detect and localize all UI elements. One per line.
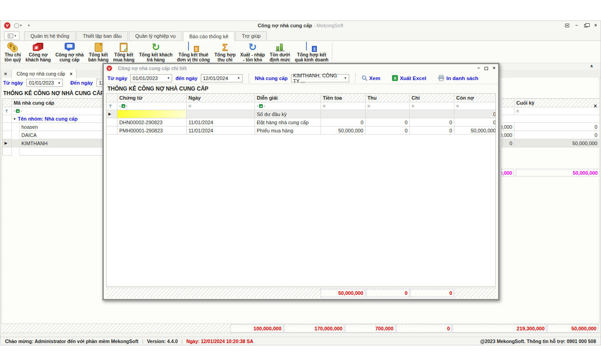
filter-cell[interactable] (501, 107, 514, 115)
supplier-combo[interactable]: KIMTHANH, CÔNG TY ...▼ (291, 74, 349, 82)
tab-tro-giup[interactable]: Trợ giúp (235, 31, 267, 40)
cell-ngay[interactable]: 11/01/2024 (187, 126, 255, 135)
toolbar-item-xuat-nhap-ton-kho[interactable]: ↻ Xuất - nhập - tồn kho (238, 41, 267, 63)
row-header[interactable] (3, 131, 12, 139)
cell-ngay[interactable]: 11/01/2024 (187, 118, 255, 126)
minimize-icon[interactable]: – (576, 23, 578, 28)
view-button[interactable]: Xem (362, 75, 380, 81)
toolbar-label: Thu chi tồn quỹ (5, 52, 21, 62)
close-all-tabs-icon[interactable]: × (4, 71, 7, 76)
restore-icon[interactable] (584, 24, 588, 27)
row-header[interactable] (3, 115, 12, 123)
cell-cuoi-ky[interactable]: 50,000,000 (514, 139, 600, 147)
cell-partial[interactable]: 00,000 (501, 123, 514, 131)
cell-tien-toa[interactable]: 0 (321, 118, 366, 126)
tab-bao-cao-thong-ke[interactable]: Báo cáo thống kê (183, 31, 235, 41)
toolbar-label: Tồn dưới định mức (270, 52, 290, 62)
group-expand-icon[interactable]: ▾ (14, 117, 15, 121)
tab-quan-tri-he-thong[interactable]: Quản trị hệ thống (24, 31, 76, 40)
cell-thu[interactable] (366, 110, 410, 118)
cell-tien-toa[interactable] (321, 110, 366, 118)
column-header-partial[interactable] (501, 99, 514, 107)
dialog-to-date-combo[interactable]: 12/01/2024▼ (201, 74, 243, 82)
filter-cell-dien-giai[interactable] (255, 102, 321, 110)
cell-chi[interactable]: 0 (410, 126, 454, 135)
panel-close-icon[interactable]: × (594, 103, 597, 109)
row-header[interactable] (3, 147, 12, 156)
dialog-titlebar[interactable]: V Công nợ nhà cung cấp chi tiết – × (104, 64, 498, 72)
cell-ngay[interactable] (187, 110, 255, 118)
chevron-up-icon[interactable]: ∧ (590, 64, 593, 68)
detail-row-dhn00002[interactable]: DHN00002-290823 11/01/2024 Đặt hàng nhà … (107, 118, 495, 126)
cell-con-no[interactable]: 50,000,000 (454, 126, 496, 135)
cell-thu[interactable]: 0 (366, 126, 410, 135)
filter-cell-thu[interactable]: = (366, 102, 410, 110)
column-header-ma-nha-cung-cap[interactable]: Mã nhà cung cấp (12, 99, 103, 107)
row-header[interactable] (3, 123, 12, 131)
cell-cuoi-ky[interactable]: 0 (514, 131, 600, 139)
cell-partial[interactable]: 00,000 (501, 131, 514, 139)
filter-cell-chung-tu[interactable] (117, 102, 187, 110)
cell-chung-tu[interactable] (117, 110, 187, 118)
toolbar-item-thu-chi-ton-quy[interactable]: $$ Thu chi tồn quỹ (2, 41, 23, 63)
filter-cell-ngay[interactable]: = (187, 102, 255, 110)
group-row[interactable]: ▾Tên nhóm: Nhà cung cấp (12, 115, 103, 123)
tab-quan-ly-nghiep-vu[interactable]: Quản lý nghiệp vụ (129, 31, 182, 40)
tab-thiet-lap-ban-dau[interactable]: Thiết lập ban đầu (76, 31, 128, 40)
column-header-thu[interactable]: Thu (366, 94, 410, 102)
export-excel-button[interactable]: X Xuất Excel (392, 75, 426, 81)
cell-dien-giai[interactable]: Đặt hàng nhà cung cấp (255, 118, 321, 126)
supplier-row-daica[interactable]: DAICA (20, 131, 103, 139)
dialog-maximize-icon[interactable] (484, 67, 488, 70)
cell-con-no[interactable]: 0 (454, 110, 496, 118)
toolbar-item-tong-hop-ket-qua-kinh-doanh[interactable]: Σ Tổng hợp kết quả kinh doanh (293, 41, 331, 63)
detail-row-opening-balance[interactable]: ▶ Số dư đầu kỳ 0 (107, 110, 495, 118)
toolbar-item-ton-duoi-dinh-muc[interactable]: Tồn dưới định mức (267, 41, 293, 63)
filter-cell-chi[interactable]: = (410, 102, 454, 110)
doc-tab-cong-no-nha-cung-cap[interactable]: Công nợ nhà cung cấp × (11, 69, 76, 78)
filter-cell[interactable]: = (514, 107, 600, 115)
column-header-dien-giai[interactable]: Diễn giải (255, 94, 321, 102)
toolbar-item-tong-hop-thu-chi[interactable]: Σ Tổng hợp thu chi (212, 41, 238, 63)
filter-cell-con-no[interactable]: = (454, 102, 496, 110)
supplier-row-kimthanh[interactable]: KIMTHANH (20, 139, 103, 147)
close-icon[interactable]: × (594, 23, 597, 28)
toolbar-item-cong-no-khach-hang[interactable]: ▣ Công nợ khách hàng (23, 41, 53, 63)
cell-chi[interactable] (410, 110, 454, 118)
fullscreen-icon[interactable] (565, 24, 569, 27)
column-header-tien-toa[interactable]: Tiền toa (321, 94, 366, 102)
cell-partial[interactable]: 0 (501, 139, 514, 147)
toolbar-item-tong-ket-khach-tra-hang[interactable]: ↻ Tổng kết khách trả hàng (137, 41, 174, 63)
grand-total-0: 100,000,000 (230, 324, 283, 333)
dialog-from-date-combo[interactable]: 01/01/2023▼ (130, 74, 172, 82)
filter-cell-tien-toa[interactable]: = (321, 102, 366, 110)
toolbar-item-cong-no-nha-cung-cap[interactable]: Công nợ nhà cung cấp (53, 41, 86, 63)
column-header-chi[interactable]: Chi (410, 94, 454, 102)
cell-con-no[interactable]: 0 (454, 118, 496, 126)
supplier-row-hoasen[interactable]: hoasen (20, 123, 103, 131)
cell-chung-tu[interactable]: DHN00002-290823 (117, 118, 187, 126)
cell-dien-giai[interactable]: Số dư đầu kỳ (255, 110, 321, 118)
row-header-selected[interactable]: ▶ (3, 139, 12, 147)
toolbar-item-tong-ket-ban-hang[interactable]: Tổng kết bán hàng (86, 41, 111, 63)
column-header-con-no[interactable]: Còn nợ (454, 94, 496, 102)
column-header-cuoi-ky[interactable]: Cuối kỳ (514, 99, 600, 107)
doc-tab-close-icon[interactable]: × (70, 71, 72, 76)
detail-row-pmh00001[interactable]: PMH00001-290823 11/01/2024 Phiếu mua hàn… (107, 126, 495, 135)
toolbar-item-tong-ket-thue-don-vi-thi-cong[interactable]: Σ Tổng kết thuê đơn vị thi công (175, 41, 212, 63)
cell-chi[interactable]: 0 (410, 118, 454, 126)
filter-cell[interactable] (12, 107, 103, 115)
column-header-ngay[interactable]: Ngày (187, 94, 255, 102)
cell-tien-toa[interactable]: 50,000,000 (321, 126, 366, 135)
cell-thu[interactable]: 0 (366, 118, 410, 126)
dialog-close-icon[interactable]: × (493, 66, 495, 71)
dialog-minimize-icon[interactable]: – (478, 66, 480, 71)
cell-cuoi-ky[interactable]: 0 (514, 123, 600, 131)
cell-dien-giai[interactable]: Phiếu mua hàng (255, 126, 321, 135)
from-date-combo[interactable]: 01/01/2023▼ (26, 79, 63, 87)
print-list-button[interactable]: In danh sách (438, 75, 478, 81)
toolbar-item-tong-ket-mua-hang[interactable]: Tổng kết mua hàng (111, 41, 137, 63)
column-header-chung-tu[interactable]: Chứng từ (117, 94, 187, 102)
app-menu-button[interactable]: ▾ (4, 31, 20, 40)
cell-chung-tu[interactable]: PMH00001-290823 (117, 126, 187, 135)
